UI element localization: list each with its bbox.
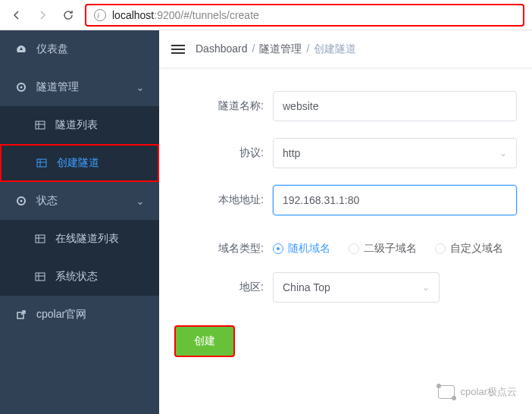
table-icon xyxy=(36,157,48,169)
crumb-dashboard[interactable]: Dashboard xyxy=(196,42,248,56)
create-button[interactable]: 创建 xyxy=(174,325,235,357)
sidebar-item-tunnel-list[interactable]: 隧道列表 xyxy=(0,106,159,144)
sidebar-item-online-list[interactable]: 在线隧道列表 xyxy=(0,220,159,258)
chevron-down-icon: ⌄ xyxy=(499,148,507,158)
sidebar-label: 仪表盘 xyxy=(36,42,68,56)
sidebar-item-status[interactable]: 状态 ⌃ xyxy=(0,182,159,220)
topbar: Dashboard / 隧道管理 / 创建隧道 xyxy=(159,30,532,68)
table-icon xyxy=(34,233,46,245)
hamburger-icon[interactable] xyxy=(171,45,185,54)
address-bar[interactable]: localhost:9200/#/tunnels/create xyxy=(85,4,524,27)
domain-type-radios: 随机域名 二级子域名 自定义域名 xyxy=(273,242,503,256)
sidebar: 仪表盘 隧道管理 ⌃ 隧道列表 创建隧道 状态 ⌃ 在线隧道列表 系统状态 xyxy=(0,30,159,414)
watermark: cpolar极点云 xyxy=(438,385,517,399)
sidebar-label: 隧道管理 xyxy=(36,80,79,94)
radio-dot-icon xyxy=(435,243,446,254)
gear-icon xyxy=(15,81,27,93)
sidebar-label: 隧道列表 xyxy=(55,118,98,132)
radio-dot-icon xyxy=(349,243,359,254)
crumb-tunnel[interactable]: 隧道管理 xyxy=(259,42,302,56)
url-path: :9200/#/tunnels/create xyxy=(154,9,259,21)
chevron-up-icon: ⌃ xyxy=(136,196,144,206)
radio-sub-domain[interactable]: 二级子域名 xyxy=(349,242,417,256)
region-select[interactable]: China Top⌄ xyxy=(273,272,440,303)
url-host: localhost xyxy=(112,9,154,21)
radio-random-domain[interactable]: 随机域名 xyxy=(273,242,330,256)
breadcrumb: Dashboard / 隧道管理 / 创建隧道 xyxy=(196,42,356,56)
sidebar-item-sys-status[interactable]: 系统状态 xyxy=(0,258,159,296)
reload-button[interactable] xyxy=(59,6,77,24)
sidebar-item-official[interactable]: cpolar官网 xyxy=(0,296,159,334)
crumb-current: 创建隧道 xyxy=(314,42,356,56)
radio-dot-icon xyxy=(273,243,283,254)
label-address: 本地地址: xyxy=(174,193,273,207)
sidebar-item-create-tunnel[interactable]: 创建隧道 xyxy=(0,144,159,182)
external-link-icon xyxy=(15,309,27,321)
watermark-text: cpolar极点云 xyxy=(461,385,517,399)
svg-rect-5 xyxy=(37,159,46,167)
local-address-input[interactable]: 192.168.31.1:80 xyxy=(273,185,517,215)
label-name: 隧道名称: xyxy=(174,99,273,113)
svg-point-1 xyxy=(20,86,23,89)
tunnel-name-input[interactable]: website xyxy=(273,91,517,121)
sidebar-label: 状态 xyxy=(36,194,58,208)
chevron-up-icon: ⌃ xyxy=(136,82,144,93)
svg-point-9 xyxy=(20,200,23,202)
create-tunnel-form: 隧道名称: website 协议: http⌄ 本地地址: 192.168.31… xyxy=(159,68,532,357)
sidebar-label: 在线隧道列表 xyxy=(55,232,119,246)
sidebar-label: 创建隧道 xyxy=(57,156,99,170)
svg-rect-2 xyxy=(36,121,45,129)
sidebar-label: cpolar官网 xyxy=(36,308,86,321)
browser-toolbar: localhost:9200/#/tunnels/create xyxy=(0,0,532,30)
sidebar-item-dashboard[interactable]: 仪表盘 xyxy=(0,30,159,68)
protocol-select[interactable]: http⌄ xyxy=(273,138,517,168)
main-panel: Dashboard / 隧道管理 / 创建隧道 隧道名称: website 协议… xyxy=(159,30,532,414)
chevron-down-icon: ⌄ xyxy=(422,282,430,293)
sidebar-item-tunnel-mgmt[interactable]: 隧道管理 ⌃ xyxy=(0,68,159,106)
label-domain-type: 域名类型: xyxy=(174,242,273,256)
label-region: 地区: xyxy=(174,281,273,294)
forward-button[interactable] xyxy=(33,6,52,24)
label-protocol: 协议: xyxy=(174,146,273,160)
back-button[interactable] xyxy=(8,6,26,24)
gear-icon xyxy=(15,195,27,207)
table-icon xyxy=(34,271,46,283)
table-icon xyxy=(34,119,46,131)
radio-custom-domain[interactable]: 自定义域名 xyxy=(435,242,503,256)
svg-rect-10 xyxy=(36,235,45,243)
gauge-icon xyxy=(15,43,27,55)
sidebar-label: 系统状态 xyxy=(55,270,98,284)
svg-rect-13 xyxy=(36,273,45,281)
wechat-icon xyxy=(438,385,455,399)
